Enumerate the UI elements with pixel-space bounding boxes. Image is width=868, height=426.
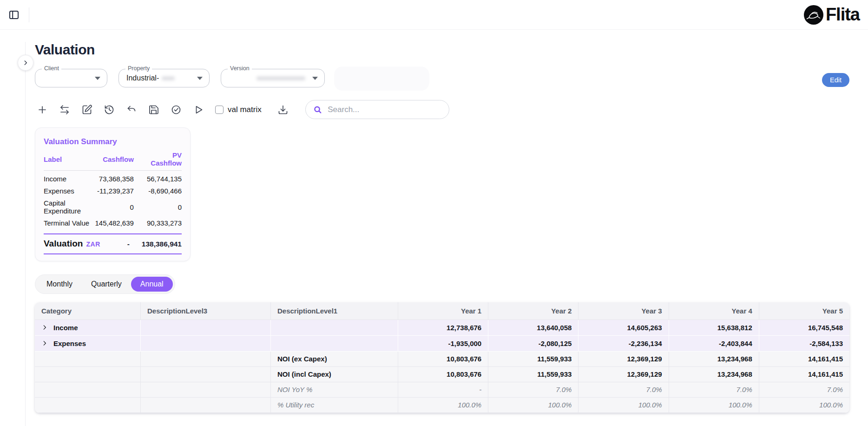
desc1-cell — [271, 336, 398, 352]
value-cell: 16,745,548 — [759, 320, 849, 336]
edit-pencil-icon — [81, 104, 92, 115]
table-row-expenses[interactable]: Expenses -1,935,000 -2,080,125 -2,236,13… — [35, 336, 849, 352]
undo-button[interactable] — [124, 102, 139, 117]
col-header-category: Category — [35, 302, 141, 320]
undo-icon — [126, 104, 137, 115]
valuation-table: Category DescriptionLevel3 DescriptionLe… — [35, 302, 849, 413]
tab-monthly[interactable]: Monthly — [37, 277, 82, 292]
value-cell: 100.0% — [759, 398, 849, 413]
save-button[interactable] — [146, 102, 161, 117]
summary-row-pv: -8,690,466 — [134, 185, 182, 197]
desc3-cell — [141, 382, 271, 398]
page-title: Valuation — [35, 42, 849, 58]
summary-col-cashflow: Cashflow — [95, 151, 133, 171]
swap-button[interactable] — [57, 102, 72, 117]
chevron-down-icon — [312, 77, 318, 80]
summary-row: Income 73,368,358 56,744,135 — [44, 171, 182, 185]
value-cell: -1,935,000 — [398, 336, 488, 352]
search-input[interactable] — [328, 105, 442, 114]
validate-button[interactable] — [169, 102, 184, 117]
add-button[interactable] — [35, 102, 50, 117]
period-tabs: Monthly Quarterly Annual — [35, 274, 175, 294]
desc1-cell: % Utility rec — [271, 398, 398, 413]
summary-row: Expenses -11,239,237 -8,690,466 — [44, 185, 182, 197]
value-cell: 7.0% — [488, 382, 579, 398]
run-button[interactable] — [191, 102, 206, 117]
summary-col-label: Label — [44, 151, 95, 171]
category-label: Income — [53, 324, 78, 332]
category-cell — [35, 352, 141, 367]
table-row-income[interactable]: Income 12,738,676 13,640,058 14,605,263 … — [35, 320, 849, 336]
summary-row-label: Expenses — [44, 185, 95, 197]
col-header-year2: Year 2 — [488, 302, 579, 320]
desc3-cell — [141, 336, 271, 352]
summary-total-currency: ZAR — [86, 240, 100, 248]
desc3-cell — [141, 352, 271, 367]
category-label: Expenses — [53, 339, 86, 347]
download-button[interactable] — [276, 102, 290, 117]
value-cell: -2,080,125 — [488, 336, 579, 352]
expand-chevron-icon[interactable] — [41, 340, 48, 346]
sidebar-toggle-button[interactable] — [7, 7, 21, 22]
summary-row-pv: 0 — [134, 197, 182, 217]
col-header-desc3: DescriptionLevel3 — [141, 302, 271, 320]
value-cell: 11,559,933 — [488, 352, 579, 367]
client-select[interactable]: Client — [35, 69, 107, 87]
search-box[interactable] — [305, 100, 449, 119]
chevron-down-icon — [95, 77, 100, 80]
tab-quarterly[interactable]: Quarterly — [82, 277, 131, 292]
faded-panel — [334, 67, 429, 91]
summary-total-cashflow: - — [127, 240, 130, 248]
value-cell: 100.0% — [669, 398, 759, 413]
val-matrix-toggle[interactable]: val matrix — [215, 105, 262, 114]
value-cell: 12,738,676 — [398, 320, 488, 336]
summary-row-pv: 56,744,135 — [134, 171, 182, 185]
table-row-utility-rec: % Utility rec 100.0% 100.0% 100.0% 100.0… — [35, 398, 849, 413]
swap-arrows-icon — [59, 104, 70, 115]
col-header-year5: Year 5 — [759, 302, 849, 320]
desc1-cell — [271, 320, 398, 336]
edit-button[interactable]: Edit — [822, 73, 849, 87]
save-icon — [148, 104, 159, 115]
summary-total-pv: 138,386,941 — [142, 240, 182, 248]
summary-total-label: Valuation — [44, 239, 83, 249]
val-matrix-checkbox[interactable] — [215, 106, 224, 114]
val-matrix-label: val matrix — [228, 105, 262, 114]
property-select-label: Property — [125, 65, 152, 72]
value-cell: 11,559,933 — [488, 367, 579, 382]
desc3-cell — [141, 367, 271, 382]
tab-annual[interactable]: Annual — [131, 277, 173, 292]
history-button[interactable] — [102, 102, 117, 117]
topbar-divider — [29, 7, 29, 22]
col-header-year1: Year 1 — [398, 302, 488, 320]
play-icon — [193, 104, 204, 115]
version-select[interactable]: Version — [221, 69, 325, 87]
flita-bird-icon — [803, 5, 824, 25]
filters-row: Client Property Industrial- Version Edit — [35, 69, 849, 91]
desc3-cell — [141, 320, 271, 336]
value-cell: -2,403,844 — [669, 336, 759, 352]
category-cell — [35, 382, 141, 398]
table-row-noi-ex-capex: NOI (ex Capex) 10,803,676 11,559,933 12,… — [35, 352, 849, 367]
edit-cell-button[interactable] — [79, 102, 94, 117]
logo-text: Flita — [826, 5, 860, 25]
toolbar: val matrix — [35, 100, 849, 119]
summary-card-title: Valuation Summary — [44, 137, 182, 146]
value-cell: 12,369,129 — [579, 352, 669, 367]
valuation-summary-card: Valuation Summary Label Cashflow PV Cash… — [35, 127, 191, 261]
panel-left-icon — [8, 9, 20, 20]
summary-row-cashflow: 73,368,358 — [95, 171, 133, 185]
expand-chevron-icon[interactable] — [41, 324, 48, 331]
desc1-cell: NOI YoY % — [271, 382, 398, 398]
search-icon — [313, 105, 322, 115]
check-circle-icon — [171, 104, 182, 115]
desc3-cell — [141, 398, 271, 413]
summary-col-pv: PV Cashflow — [134, 151, 182, 171]
collapse-panel-button[interactable] — [18, 55, 33, 71]
value-cell: 100.0% — [398, 398, 488, 413]
property-select[interactable]: Property Industrial- — [118, 69, 210, 87]
version-select-label: Version — [228, 65, 252, 72]
history-icon — [104, 104, 115, 115]
value-cell: 15,638,812 — [669, 320, 759, 336]
redacted-text — [256, 76, 305, 80]
